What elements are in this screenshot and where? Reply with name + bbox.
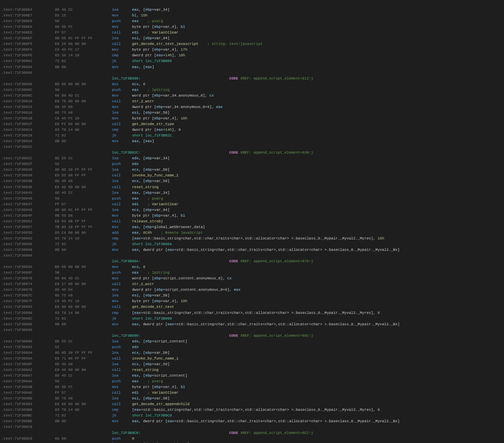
operands: dword ptr [eax+14h], 8 (132, 127, 181, 133)
operands: dword ptr [ebp+var_34.anonymous_0+8], ea… (132, 104, 223, 110)
operands: ecx, [ebp+var_58] (132, 178, 170, 184)
mnemonic: call (112, 173, 132, 178)
address: .text:71F3096F (1, 270, 55, 276)
comment: ; pvarg (139, 18, 163, 24)
address: .text:71F30930 (1, 167, 55, 173)
address: .text:71F3097C (1, 293, 55, 298)
bytes: 83 38 14 10 (55, 53, 112, 58)
code-line: .text:71F3091FE8 FC 66 00 00callget_deco… (0, 121, 504, 127)
label-comment: CODE XREF: append_script_element+676↑j (141, 259, 313, 264)
mnemonic: push (112, 270, 132, 276)
address: .text:71F30993 (1, 344, 55, 350)
address: .text:71F30966 (1, 241, 55, 247)
bytes: 8D 8D 30 FF FF FF (55, 350, 112, 356)
code-line: .text:71F308EF8B D5 6C FF FF FFleaesi, [… (0, 36, 504, 41)
code-line: .text:71F3099AE8 71 98 FF FFcallinvoke_b… (0, 356, 504, 362)
bytes: 8D 45 CC (55, 7, 112, 13)
bytes: 66 89 4D CC (55, 93, 112, 99)
mnemonic: mov (112, 276, 132, 281)
bytes: 8D 75 A8 (55, 293, 112, 298)
operands: dword ptr [eax+14h], 10h (132, 53, 185, 58)
code-line: .text:71F3098883 78 14 08cmp[eax+std::ba… (0, 310, 504, 316)
mnemonic: call (112, 390, 132, 396)
mnemonic: cmp (112, 310, 132, 316)
operands: eax, 0C8h (132, 230, 152, 236)
address: .text:71F309BE (1, 419, 55, 424)
operands: short loc_71F3B96A (132, 241, 172, 247)
code-line: .text:71F3098C72 02jbshort loc_71F3B990 (0, 316, 504, 322)
operands: eax, dword ptr [eax+std::basic_string<ch… (132, 419, 400, 424)
mnemonic: lea (112, 339, 132, 344)
bytes: 72 02 (55, 316, 112, 322)
code-line: .text:71F3091589 45 D0movdword ptr [ebp+… (0, 104, 504, 110)
address: .text:71F309BC (1, 413, 55, 419)
operands: short loc_71F3B990 (132, 316, 172, 322)
code-line: .text:71F3092C (0, 144, 504, 150)
address: .text:71F3098E (1, 322, 55, 327)
bytes: E8 FC 66 00 00 (55, 121, 112, 127)
address: .text:71F30988 (1, 310, 55, 316)
operands: byte ptr [ebp+var_4], bl (132, 213, 185, 219)
code-line: .text:71F3094F8B 5D D8movbyte ptr [ebp+v… (0, 213, 504, 219)
address: .text:71F3093B (1, 178, 55, 184)
operands: eax, [ebp+var_34] (132, 7, 170, 13)
bytes: 52 (55, 161, 112, 167)
address: .text:71F30994 (1, 350, 55, 356)
operands: ecx, [ebp+element_obj_ptr] (132, 442, 190, 443)
mnemonic: lea (112, 207, 132, 213)
mnemonic: mov (112, 384, 132, 390)
address: .text:71F309C0 (1, 424, 55, 430)
code-line: .text:71F308EDFF D7calledi ; VariantClea… (0, 30, 504, 36)
label-comment: CODE XREF: append_script_element+6CC↑j (141, 430, 313, 436)
mnemonic: cmp (112, 407, 132, 413)
comment: ; string: text/javascript (198, 41, 262, 47)
bytes: 83 78 14 08 (55, 127, 112, 133)
mnemonic: call (112, 121, 132, 127)
code-line: .text:71F309438D 45 CCleaeax, [ebp+var_3… (0, 190, 504, 196)
operands: eax, dword ptr [eax+std::basic_string<ch… (132, 322, 400, 327)
code-line: .text:71F30952E8 69 8B FF FFcallrelease_… (0, 219, 504, 224)
bytes: 50 (55, 196, 112, 202)
comment: ; lpString (139, 87, 170, 93)
mnemonic: push (112, 196, 132, 202)
address: .text:71F309A2 (1, 367, 55, 373)
code-line: .text:71F309908D 55 CCleaedx, [ebp+scrip… (0, 339, 504, 344)
code-line: .text:71F308E48D 45 CCleaeax, [ebp+var_3… (0, 7, 504, 13)
code-line: .text:71F30983E8 98 68 00 00callget_deco… (0, 304, 504, 310)
bytes: 8D 75 A8 (55, 110, 112, 116)
address: .text:71F308FA (1, 47, 55, 53)
bytes: 50 (55, 18, 112, 24)
bytes: 8D 4D A8 (55, 178, 112, 184)
operands: get_decode_str_text_javascript (132, 41, 198, 47)
code-line: .text:71F3096AB9 08 00 00 00movecx, 8 (0, 264, 504, 270)
address: .text:71F30904 (1, 64, 55, 70)
operands: ecx, 8 (132, 81, 145, 87)
address: .text:71F30918 (1, 110, 55, 116)
code-line: .text:71F3096A (0, 253, 504, 259)
address: .text:71F309C2 (1, 442, 55, 443)
address: .text:71F30946 (1, 196, 55, 202)
code-line: .text:71F3096283 78 14 10cmp[eax+std::ba… (0, 236, 504, 241)
mnemonic: mov (112, 264, 132, 270)
address: .text:71F3099F (1, 362, 55, 367)
label-line: loc_71F3B92C: CODE XREF: append_script_e… (0, 150, 504, 156)
bytes: 8D 45 CC (55, 373, 112, 379)
bytes: E8 49 99 00 00 (55, 367, 112, 373)
operands: str_2_wstr (132, 281, 154, 287)
mnemonic: mov (112, 104, 132, 110)
label-comment: CODE XREF: append_script_element+612↑j (141, 76, 313, 81)
label-comment: CODE XREF: append_script_element+638↑j (141, 150, 313, 156)
bytes: C6 45 FC 17 (55, 47, 112, 53)
address: .text:71F308E7 (1, 13, 55, 18)
operands: byte ptr [ebp+var_4], 19h (132, 298, 187, 304)
comment: ; pvarg (139, 196, 163, 202)
label-indent (1, 259, 112, 264)
mnemonic: call (112, 304, 132, 310)
bytes: 72 02 (55, 241, 112, 247)
operands: byte ptr [ebp+var_4], 17h (132, 47, 187, 53)
operands: 0 (132, 436, 134, 442)
mnemonic: push (112, 379, 132, 384)
operands: eax, [ebp+script_content] (132, 373, 187, 379)
mnemonic: jb (112, 241, 132, 247)
mnemonic: lea (112, 110, 132, 116)
